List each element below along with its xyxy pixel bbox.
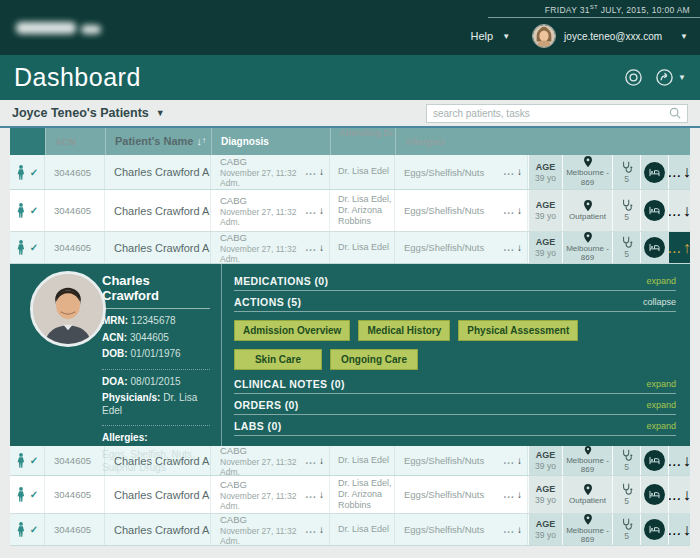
section-title: ACTIONS (5) [234, 296, 301, 308]
dob-field: DOB:01/01/1976 [102, 348, 210, 361]
search-input[interactable] [433, 108, 669, 119]
search-icon[interactable] [669, 107, 681, 119]
allergies-more-button[interactable]: ...↓ [504, 206, 522, 216]
allergies-label: Allergies: [102, 432, 210, 445]
physical-assessment-button[interactable]: Physical Assessment [458, 320, 578, 341]
attending-cell: Dr. Lisa Edel,Dr. ArizonaRobbins [330, 190, 395, 231]
patient-gender-icon [16, 487, 26, 502]
table-rows-bottom: ✓ 3044605 Charles Crawford A CABG Novemb… [10, 446, 690, 546]
check-icon: ✓ [30, 205, 38, 216]
row-expand-button[interactable]: ...↓ [668, 155, 690, 189]
table-header: ACN Patient's Name ↓↑ Diagnosis Attendin… [10, 128, 690, 155]
table-row[interactable]: ✓ 3044605 Charles Crawford A CABG Novemb… [10, 514, 690, 546]
tasks-cell[interactable]: 5 [612, 155, 640, 189]
row-expand-button[interactable]: ...↑ [668, 232, 690, 263]
user-avatar[interactable] [532, 24, 556, 48]
check-icon: ✓ [30, 489, 38, 500]
header-patient-name[interactable]: Patient's Name ↓↑ [105, 128, 211, 155]
age-cell: AGE 39 yo [528, 514, 562, 545]
acn-cell: 3044605 [45, 446, 105, 475]
skin-care-button[interactable]: Skin Care [234, 349, 322, 370]
tasks-cell[interactable]: 5 [612, 476, 640, 513]
user-email[interactable]: joyce.teneo@xxx.com [564, 31, 662, 42]
tasks-cell[interactable]: 5 [612, 190, 640, 231]
stethoscope-icon [621, 199, 633, 211]
table-row[interactable]: ✓ 3044605 Charles Crawford A CABG Novemb… [10, 446, 690, 476]
patients-filter-dropdown[interactable]: Joyce Teneo's Patients ▼ [12, 106, 165, 120]
section-title: MEDICATIONS (0) [234, 275, 328, 287]
clinical-notes-toggle-link[interactable]: expand [646, 379, 676, 389]
orders-toggle-link[interactable]: expand [646, 400, 676, 410]
page-title: Dashboard [14, 63, 624, 92]
patient-gender-icon [16, 203, 26, 218]
diagnosis-cell: CABG November 27, 11:32 Adm. ...↓ [211, 446, 330, 475]
table-row[interactable]: ✓ 3044605 Charles Crawford A CABG Novemb… [10, 476, 690, 514]
allergies-more-button[interactable]: ...↓ [504, 167, 522, 177]
allergies-more-button[interactable]: ...↓ [504, 243, 522, 253]
labs-toggle-link[interactable]: expand [646, 421, 676, 431]
ongoing-care-button[interactable]: Ongoing Care [330, 349, 418, 370]
bed-icon[interactable] [644, 484, 665, 505]
section-underline [234, 435, 676, 436]
row-status-cell: ✓ [10, 232, 45, 263]
top-bar: FRIDAY 31ST JULY, 2015, 10:00 AM Help ▼ … [0, 0, 700, 55]
diagnosis-more-button[interactable]: ...↓ [306, 490, 324, 500]
tasks-cell[interactable]: 5 [612, 514, 640, 545]
allergies-more-button[interactable]: ...↓ [504, 456, 522, 466]
bed-icon[interactable] [644, 162, 665, 183]
tasks-cell[interactable]: 5 [612, 232, 640, 263]
bed-icon[interactable] [644, 237, 665, 258]
stethoscope-icon [621, 518, 633, 530]
sort-icon[interactable]: ↓↑ [197, 136, 207, 147]
medical-history-button[interactable]: Medical History [358, 320, 450, 341]
diagnosis-more-button[interactable]: ...↓ [306, 206, 324, 216]
avatar-image [533, 25, 555, 47]
diagnosis-more-button[interactable]: ...↓ [306, 243, 324, 253]
table-row[interactable]: ✓ 3044605 Charles Crawford A CABG Novemb… [10, 232, 690, 264]
header-status-column [10, 128, 45, 155]
filter-chevron-icon: ▼ [156, 108, 165, 118]
admission-overview-button[interactable]: Admission Overview [234, 320, 350, 341]
bed-icon[interactable] [644, 200, 665, 221]
mrn-field: MRN:12345678 [102, 315, 210, 328]
header-allergies[interactable]: Allergies [395, 128, 528, 155]
age-cell: AGE 39 yo [528, 190, 562, 231]
medications-toggle-link[interactable]: expand [646, 276, 676, 286]
location-cell: Melbourne - 869 [562, 232, 612, 263]
patient-name-cell: Charles Crawford A [105, 514, 211, 545]
attending-line: Robbins [338, 216, 394, 227]
age-cell: AGE 39 yo [528, 476, 562, 513]
header-attending[interactable]: Attending Dr. [330, 128, 395, 155]
diagnosis-more-button[interactable]: ...↓ [306, 525, 324, 535]
bed-icon[interactable] [644, 519, 665, 540]
row-expand-button[interactable]: ...↓ [668, 190, 690, 231]
check-icon: ✓ [30, 167, 38, 178]
actions-toggle-link[interactable]: collapse [643, 297, 676, 307]
patient-name-cell: Charles Crawford A [105, 446, 211, 475]
name-underline [102, 308, 210, 309]
user-menu-chevron-icon[interactable]: ▼ [680, 32, 688, 41]
target-icon[interactable] [624, 68, 643, 87]
action-buttons: Admission OverviewMedical HistoryPhysica… [234, 312, 614, 373]
bed-icon[interactable] [644, 450, 665, 471]
header-acn[interactable]: ACN [45, 128, 105, 155]
allergies-more-button[interactable]: ...↓ [504, 490, 522, 500]
row-expand-button[interactable]: ...↓ [668, 446, 690, 475]
table-row[interactable]: ✓ 3044605 Charles Crawford A CABG Novemb… [10, 155, 690, 190]
section-labs: LABS (0) expand [234, 415, 676, 436]
allergies-more-button[interactable]: ...↓ [504, 525, 522, 535]
row-expand-button[interactable]: ...↓ [668, 514, 690, 545]
table-row[interactable]: ✓ 3044605 Charles Crawford A CABG Novemb… [10, 190, 690, 232]
diagnosis-more-button[interactable]: ...↓ [306, 167, 324, 177]
tasks-cell[interactable]: 5 [612, 446, 640, 475]
section-clinical-notes: CLINICAL NOTES (0) expand [234, 373, 676, 394]
patient-detail-panel: Charles Crawford MRN:12345678 ACN:304460… [10, 264, 690, 446]
check-icon: ✓ [30, 455, 38, 466]
share-icon[interactable] [655, 68, 674, 87]
row-expand-button[interactable]: ...↓ [668, 476, 690, 513]
help-menu[interactable]: Help ▼ [471, 30, 511, 42]
attending-line: Robbins [338, 500, 394, 511]
header-diagnosis[interactable]: Diagnosis [211, 128, 330, 155]
diagnosis-more-button[interactable]: ...↓ [306, 456, 324, 466]
share-menu-chevron-icon[interactable]: ▼ [678, 73, 686, 82]
